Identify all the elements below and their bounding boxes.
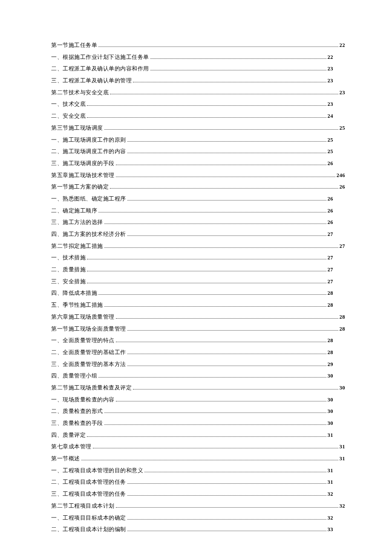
toc-leader-dots (87, 103, 326, 106)
toc-entry-title: 一、熟悉图纸、确定施工程序 (51, 196, 126, 202)
toc-leader-dots (127, 528, 326, 531)
toc-leader-dots (104, 303, 326, 307)
toc-leader-dots (87, 280, 326, 283)
toc-leader-dots (87, 256, 326, 260)
toc-entry-title: 第一节概述 (51, 456, 80, 462)
toc-entry-title: 四、质量评定 (51, 433, 86, 438)
toc-entry: 二、全面质量管理的基础工作28 (51, 350, 345, 355)
toc-leader-dots (127, 232, 326, 236)
toc-entry-title: 一、工程项目成本管理的目的和意义 (51, 468, 143, 474)
toc-entry-title: 三、工程派工单及确认单的管理 (51, 78, 132, 84)
toc-entry-page: 27 (328, 232, 346, 237)
toc-entry-page: 32 (328, 491, 346, 497)
toc-entry: 第二节拟定施工措施27 (51, 244, 345, 249)
toc-entry: 一、技术交底23 (51, 102, 345, 107)
toc-entry-page: 26 (328, 161, 346, 166)
toc-entry: 二、确定施工顺序26 (51, 208, 345, 214)
toc-entry: 一、技术措施27 (51, 255, 345, 261)
toc-entry-title: 三、工程项目成本管理的任务 (51, 491, 126, 497)
toc-entry-page: 22 (340, 43, 346, 48)
toc-entry-title: 第二节施工现场质量检查及评定 (51, 385, 132, 391)
toc-leader-dots (127, 197, 326, 200)
toc-entry-title: 三、施工方法的选择 (51, 220, 103, 225)
toc-entry: 二、工程项目成本计划的编制33 (51, 527, 345, 532)
toc-leader-dots (87, 114, 326, 118)
toc-entry-title: 一、现场质量检查的内容 (51, 397, 115, 403)
toc-entry: 二、质量检查的形式30 (51, 409, 345, 414)
toc-entry-title: 三、质量检查的手段 (51, 421, 103, 426)
toc-entry-page: 31 (328, 433, 346, 438)
toc-entry-title: 二、安全交底 (51, 113, 86, 119)
toc-entry-page: 32 (340, 503, 346, 509)
toc-leader-dots (98, 44, 338, 47)
toc-entry: 二、工程项目成本管理的任务31 (51, 479, 345, 485)
toc-entry: 四、质量评定31 (51, 433, 345, 438)
toc-leader-dots (116, 162, 326, 165)
toc-leader-dots (110, 185, 338, 189)
toc-entry-title: 四、施工方案的技术经济分析 (51, 232, 126, 237)
toc-entry: 三、质量检查的手段30 (51, 421, 345, 426)
toc-entry: 二、施工现场调度工作的内容25 (51, 149, 345, 154)
toc-leader-dots (87, 268, 326, 271)
toc-entry-title: 第二节拟定施工措施 (51, 244, 103, 249)
toc-leader-dots (127, 351, 326, 354)
toc-entry: 三、工程派工单及确认单的管理23 (51, 78, 345, 84)
toc-entry-page: 30 (328, 409, 346, 414)
toc-entry-page: 25 (328, 149, 346, 154)
toc-entry-title: 第二节工程项目成本计划 (51, 503, 115, 509)
toc-leader-dots (104, 410, 326, 413)
toc-entry: 四、施工方案的技术经济分析27 (51, 232, 345, 237)
toc-leader-dots (127, 150, 326, 153)
toc-entry-page: 28 (328, 350, 346, 355)
toc-leader-dots (93, 445, 338, 449)
toc-leader-dots (98, 209, 326, 212)
toc-entry: 一、施工现场调度工作的原则25 (51, 137, 345, 143)
toc-entry-page: 29 (328, 362, 346, 367)
toc-entry: 第二节工程项目成本计划32 (51, 503, 345, 509)
toc-entry-page: 27 (328, 279, 346, 285)
toc-entry: 三、施工方法的选择26 (51, 220, 345, 225)
toc-entry-page: 25 (340, 125, 346, 131)
toc-entry: 二、安全交底24 (51, 113, 345, 119)
toc-entry-page: 22 (328, 55, 346, 60)
toc-entry: 第一节概述31 (51, 456, 345, 462)
toc-entry-title: 四、质量管理小组 (51, 373, 97, 379)
toc-entry-page: 27 (328, 267, 346, 273)
toc-entry: 第七章成本管理31 (51, 444, 345, 450)
toc-entry-title: 五、季节性施工措施 (51, 302, 103, 308)
toc-leader-dots (127, 138, 326, 142)
toc-entry: 第一节施工任务单22 (51, 43, 345, 48)
toc-entry-title: 四、降低成本措施 (51, 291, 97, 296)
toc-leader-dots (116, 339, 326, 342)
toc-entry-page: 30 (328, 373, 346, 379)
toc-leader-dots (116, 174, 335, 177)
toc-entry-page: 30 (328, 397, 346, 403)
toc-entry: 四、降低成本措施28 (51, 291, 345, 296)
toc-entry-page: 32 (328, 515, 346, 521)
toc-entry-title: 三、安全措施 (51, 279, 86, 285)
toc-leader-dots (150, 67, 326, 71)
toc-entry: 三、全面质量管理的基本方法29 (51, 362, 345, 367)
toc-entry-page: 27 (340, 244, 346, 249)
toc-leader-dots (133, 79, 326, 82)
toc-leader-dots (150, 55, 326, 59)
toc-entry: 一、工程项目目标成本的确定32 (51, 515, 345, 521)
toc-entry-title: 第五章施工现场技术管理 (51, 173, 115, 178)
toc-entry-page: 33 (328, 527, 346, 532)
toc-entry-page: 31 (328, 479, 346, 485)
toc-entry-title: 一、施工现场调度工作的原则 (51, 137, 126, 143)
toc-entry-page: 30 (328, 421, 346, 426)
toc-entry-title: 第一节施工任务单 (51, 43, 97, 48)
toc-entry-title: 二、全面质量管理的基础工作 (51, 350, 126, 355)
toc-entry-page: 24 (328, 113, 346, 119)
toc-entry-page: 28 (328, 302, 346, 308)
toc-leader-dots (110, 91, 338, 94)
toc-leader-dots (116, 315, 338, 319)
toc-entry-page: 28 (340, 326, 346, 332)
toc-entry: 第五章施工现场技术管理246 (51, 173, 345, 178)
toc-entry-title: 二、施工现场调度工作的内容 (51, 149, 126, 154)
toc-leader-dots (127, 481, 326, 484)
toc-entry-title: 第一节施工方案的确定 (51, 184, 109, 190)
toc-entry-title: 二、质量检查的形式 (51, 409, 103, 414)
toc-entry-title: 第三节施工现场调度 (51, 125, 103, 131)
